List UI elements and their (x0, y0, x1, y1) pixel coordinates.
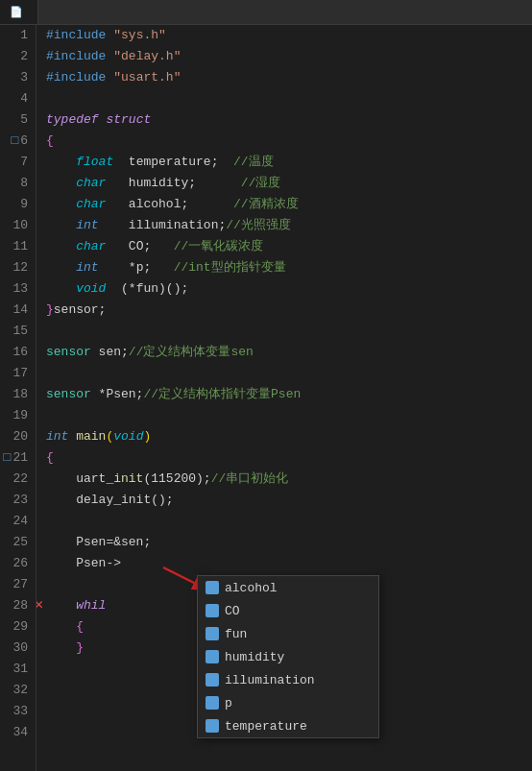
token: init (113, 469, 143, 490)
token: whil (76, 595, 106, 616)
autocomplete-item[interactable]: illumination (198, 668, 378, 691)
file-tab[interactable]: 📄 (0, 0, 38, 24)
line-number-20: 20 (0, 426, 28, 447)
code-area: 1234567891011121314151617181920212223242… (0, 25, 532, 771)
file-icon: 📄 (10, 6, 23, 18)
line-number-2: 2 (0, 46, 28, 67)
line-number-15: 15 (0, 321, 28, 342)
code-line-9: char alcohol; //酒精浓度 (46, 194, 532, 215)
line-number-30: 30 (0, 638, 28, 659)
autocomplete-item[interactable]: alcohol (198, 576, 378, 599)
ac-item-label: CO (225, 604, 240, 618)
token: Psen-> (46, 553, 121, 574)
code-line-13: void (*fun)(); (46, 278, 532, 300)
token: char (76, 194, 106, 215)
line-number-24: 24 (0, 511, 28, 532)
token (46, 152, 76, 173)
token: uart_ (46, 469, 113, 490)
code-line-21: { (46, 447, 532, 469)
line-number-12: 12 (0, 257, 28, 278)
token (106, 25, 113, 46)
line-number-23: 23 (0, 490, 28, 511)
ac-member-icon (206, 627, 219, 640)
line-number-14: 14 (0, 300, 28, 321)
code-line-7: float temperature; //温度 (46, 152, 532, 173)
token: } (46, 638, 84, 659)
error-indicator: ✕ (36, 595, 43, 616)
token: CO; (106, 236, 151, 257)
line-number-19: 19 (0, 405, 28, 426)
code-line-20: int main(void) (46, 426, 532, 447)
token (99, 109, 107, 131)
line-number-13: 13 (0, 278, 28, 300)
code-line-24 (46, 511, 532, 532)
code-line-19 (46, 405, 532, 426)
autocomplete-item[interactable]: p (198, 691, 378, 714)
line-number-5: 5 (0, 109, 28, 131)
token: //一氧化碳浓度 (151, 236, 263, 257)
token: illumination; (99, 215, 227, 236)
token: humidity; (106, 173, 196, 194)
token (46, 194, 76, 215)
token (106, 67, 113, 88)
token: int (76, 215, 98, 236)
token: "sys.h" (113, 25, 166, 46)
code-line-14: }sensor; (46, 300, 532, 321)
line-number-6: 6 (0, 131, 28, 152)
line-number-16: 16 (0, 342, 28, 363)
token: (*fun)(); (106, 278, 188, 300)
line-number-17: 17 (0, 363, 28, 384)
code-line-10: int illumination;//光照强度 (46, 215, 532, 236)
token: void (76, 278, 106, 300)
ac-item-label: alcohol (225, 581, 278, 595)
autocomplete-item[interactable]: fun (198, 622, 378, 645)
token: { (46, 447, 54, 469)
line-number-25: 25 (0, 532, 28, 553)
autocomplete-item[interactable]: temperature (198, 714, 378, 737)
line-number-4: 4 (0, 88, 28, 109)
autocomplete-item[interactable]: CO (198, 599, 378, 622)
ac-item-label: humidity (225, 650, 284, 664)
ac-item-label: fun (225, 627, 247, 641)
token: { (46, 131, 54, 152)
autocomplete-item[interactable]: humidity (198, 645, 378, 668)
code-line-5: typedef struct (46, 109, 532, 131)
ac-member-icon (206, 650, 219, 663)
code-line-4 (46, 88, 532, 109)
token: void (113, 426, 143, 447)
token: *Psen; (91, 384, 144, 405)
token: float (76, 152, 113, 173)
ac-item-label: temperature (225, 719, 307, 734)
line-number-10: 10 (0, 215, 28, 236)
token: int (76, 257, 98, 278)
token (46, 257, 76, 278)
line-number-32: 32 (0, 680, 28, 701)
autocomplete-dropdown[interactable]: alcoholCOfunhumidityilluminationptempera… (197, 575, 379, 738)
line-number-28: 28 (0, 595, 28, 616)
token: typedef (46, 109, 99, 131)
token: //int型的指针变量 (151, 257, 285, 278)
token: #include (46, 25, 106, 46)
token: //酒精浓度 (188, 194, 298, 215)
tab-bar: 📄 (0, 0, 532, 25)
token: alcohol; (106, 194, 188, 215)
ac-member-icon (206, 719, 219, 733)
line-number-18: 18 (0, 384, 28, 405)
code-line-25: Psen=&sen; (46, 532, 532, 553)
line-number-34: 34 (0, 722, 28, 743)
code-line-16: sensor sen;//定义结构体变量sen (46, 342, 532, 363)
code-line-23: delay_init(); (46, 490, 532, 511)
line-numbers: 1234567891011121314151617181920212223242… (0, 25, 36, 771)
token: #include (46, 46, 106, 67)
code-line-11: char CO; //一氧化碳浓度 (46, 236, 532, 257)
token: "usart.h" (113, 67, 181, 88)
token: temperature; (113, 152, 218, 173)
code-line-17 (46, 363, 532, 384)
token: //定义结构体变量sen (129, 342, 254, 363)
line-number-11: 11 (0, 236, 28, 257)
line-number-1: 1 (0, 25, 28, 46)
token (46, 278, 76, 300)
ac-member-icon (206, 581, 219, 594)
code-line-8: char humidity; //湿度 (46, 173, 532, 194)
line-number-33: 33 (0, 701, 28, 722)
